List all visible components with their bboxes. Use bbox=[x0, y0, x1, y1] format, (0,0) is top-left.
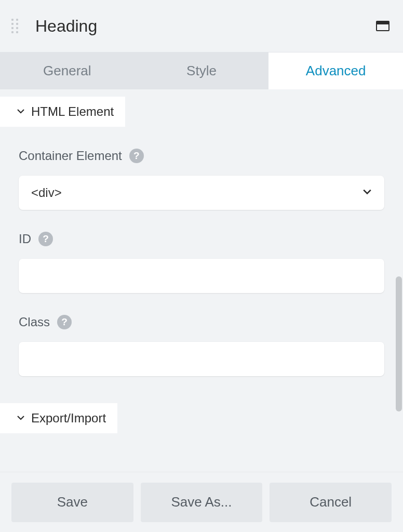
label-class: Class bbox=[19, 315, 50, 329]
footer: Save Save As... Cancel bbox=[0, 472, 403, 532]
field-container-element: Container Element ? <div> bbox=[19, 149, 384, 210]
field-class: Class ? bbox=[19, 315, 384, 376]
help-icon[interactable]: ? bbox=[129, 149, 144, 163]
chevron-down-icon bbox=[17, 413, 25, 423]
label-row-id: ID ? bbox=[19, 232, 384, 246]
label-row-class: Class ? bbox=[19, 315, 384, 329]
cancel-button[interactable]: Cancel bbox=[270, 483, 392, 522]
tab-advanced[interactable]: Advanced bbox=[268, 52, 403, 89]
section-toggle-html-element[interactable]: HTML Element bbox=[0, 97, 125, 127]
chevron-down-icon bbox=[17, 107, 25, 117]
input-id[interactable] bbox=[19, 259, 384, 293]
label-row-container-element: Container Element ? bbox=[19, 149, 384, 163]
panel-body: HTML Element Container Element ? <div> bbox=[0, 89, 403, 472]
section-title-html-element: HTML Element bbox=[31, 104, 114, 119]
select-container-element[interactable]: <div> bbox=[19, 176, 384, 210]
title-bar: Heading bbox=[0, 0, 403, 52]
save-as-button[interactable]: Save As... bbox=[141, 483, 263, 522]
chevron-down-icon bbox=[362, 187, 372, 199]
select-value-container-element: <div> bbox=[31, 185, 62, 200]
section-content-html-element: Container Element ? <div> ID ? bbox=[0, 127, 403, 403]
save-button[interactable]: Save bbox=[11, 483, 133, 522]
field-id: ID ? bbox=[19, 232, 384, 293]
scrollbar-thumb[interactable] bbox=[396, 276, 402, 411]
drag-handle-icon[interactable] bbox=[8, 17, 21, 35]
input-class[interactable] bbox=[19, 342, 384, 376]
window-mode-icon[interactable] bbox=[376, 21, 389, 31]
section-title-export-import: Export/Import bbox=[31, 411, 106, 425]
tab-style[interactable]: Style bbox=[135, 52, 269, 89]
help-icon[interactable]: ? bbox=[57, 315, 72, 329]
help-icon[interactable]: ? bbox=[38, 232, 53, 246]
panel-title: Heading bbox=[35, 17, 376, 36]
section-toggle-export-import[interactable]: Export/Import bbox=[0, 403, 117, 433]
settings-panel: Heading General Style Advanced HTML Elem… bbox=[0, 0, 403, 532]
label-container-element: Container Element bbox=[19, 149, 122, 163]
label-id: ID bbox=[19, 232, 31, 246]
tab-general[interactable]: General bbox=[0, 52, 135, 89]
tabs: General Style Advanced bbox=[0, 52, 403, 89]
